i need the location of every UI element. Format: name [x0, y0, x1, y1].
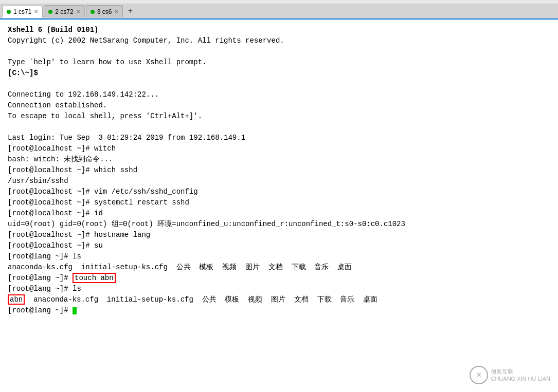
terminal-line-20: [root@localhost ~]# hostname lang: [8, 230, 550, 240]
terminal-line-2: Copyright (c) 2002 NetSarang Computer, I…: [8, 35, 550, 46]
terminal-line-21: [root@localhost ~]# su: [8, 240, 550, 251]
tab-2-close[interactable]: ✕: [76, 9, 80, 14]
title-bar: [0, 0, 558, 4]
terminal-line-13: bash: witch: 未找到命令...: [8, 154, 550, 165]
terminal-line-24: [root@lang ~]# touch abn: [8, 273, 550, 284]
tab-bar: 1 cs71 ✕ 2 cs72 ✕ 3 cs6 ✕ +: [0, 4, 558, 20]
watermark-text: 创新互联 CHUANG XIN HU LIAN: [491, 368, 550, 383]
terminal-line-8: Connection established.: [8, 100, 550, 111]
terminal-line-15: /usr/sbin/sshd: [8, 176, 550, 186]
tab-2-label: 2 cs72: [55, 8, 73, 15]
terminal-line-26: abn anaconda-ks.cfg initial-setup-ks.cfg…: [8, 294, 550, 305]
terminal-line-25: [root@lang ~]# ls: [8, 284, 550, 294]
tab-add-button[interactable]: +: [124, 5, 136, 17]
tab-3[interactable]: 3 cs6 ✕: [86, 5, 123, 17]
terminal-line-6: [8, 79, 550, 89]
watermark-line1: 创新互联: [491, 368, 550, 375]
highlight-touch-abn: touch abn: [73, 273, 116, 283]
terminal-line-9: To escape to local shell, press 'Ctrl+Al…: [8, 111, 550, 122]
tab-1[interactable]: 1 cs71 ✕: [2, 6, 43, 18]
terminal-line-3: [8, 46, 550, 57]
tab-3-label: 3 cs6: [97, 8, 112, 15]
tab-1-label: 1 cs71: [13, 8, 31, 15]
terminal-line-27: [root@lang ~]#: [8, 305, 550, 316]
watermark-line2: CHUANG XIN HU LIAN: [491, 375, 550, 382]
terminal-line-1: Xshell 6 (Build 0101): [8, 25, 550, 35]
terminal-line-16: [root@localhost ~]# vim /etc/ssh/sshd_co…: [8, 186, 550, 197]
tab-1-close[interactable]: ✕: [34, 9, 38, 14]
terminal-line-17: [root@localhost ~]# systemctl restart ss…: [8, 197, 550, 208]
tab-3-close[interactable]: ✕: [114, 9, 118, 14]
terminal-line-12: [root@localhost ~]# witch: [8, 143, 550, 154]
terminal-line-5: [C:\~]$: [8, 68, 550, 79]
terminal-line-4: Type `help' to learn how to use Xshell p…: [8, 57, 550, 68]
highlight-abn: abn: [8, 294, 25, 305]
watermark: ✕ 创新互联 CHUANG XIN HU LIAN: [470, 366, 550, 384]
terminal-line-10: [8, 122, 550, 133]
terminal-line-18: [root@localhost ~]# id: [8, 208, 550, 219]
terminal-area[interactable]: Xshell 6 (Build 0101) Copyright (c) 2002…: [0, 20, 558, 392]
terminal-line-14: [root@localhost ~]# which sshd: [8, 165, 550, 176]
terminal-line-23: anaconda-ks.cfg initial-setup-ks.cfg 公共 …: [8, 262, 550, 273]
watermark-icon: ✕: [470, 366, 488, 384]
tab-1-dot: [7, 10, 11, 14]
terminal-line-7: Connecting to 192.168.149.142:22...: [8, 89, 550, 100]
terminal-line-11: Last login: Tue Sep 3 01:29:24 2019 from…: [8, 133, 550, 143]
tab-2-dot: [48, 10, 52, 14]
tab-3-dot: [91, 10, 95, 14]
terminal-line-22: [root@lang ~]# ls: [8, 251, 550, 262]
terminal-cursor: [73, 307, 77, 314]
tab-2[interactable]: 2 cs72 ✕: [44, 5, 84, 17]
terminal-line-19: uid=0(root) gid=0(root) 组=0(root) 环境=unc…: [8, 219, 550, 230]
